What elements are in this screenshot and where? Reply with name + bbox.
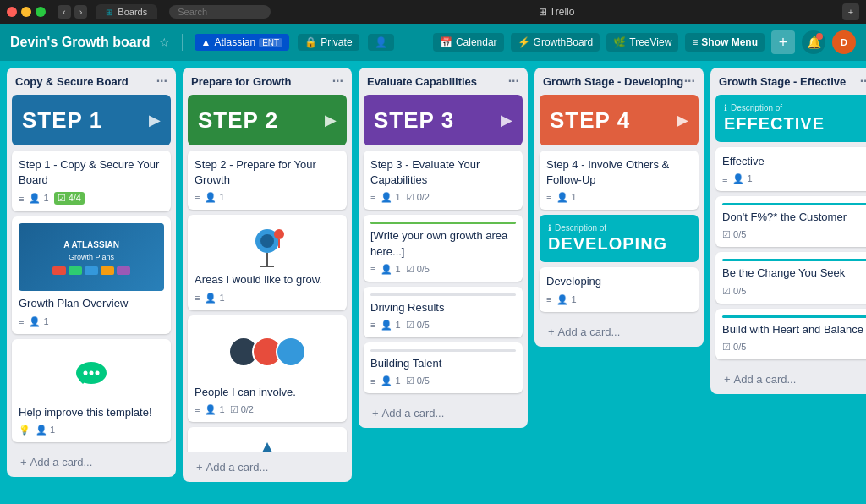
card-step2[interactable]: Step 2 - Prepare for Your Growth ≡ 👤 1 [188, 151, 347, 210]
calendar-icon: 📅 [440, 36, 452, 48]
tree-view-button[interactable]: 🌿 TreeView [606, 33, 678, 52]
forward-button[interactable]: › [74, 5, 88, 19]
card-meta-growth-plan: ≡ 👤 1 [19, 316, 164, 327]
window-controls [7, 7, 46, 17]
new-tab-button[interactable]: + [842, 3, 859, 20]
card-alignment[interactable]: Alignment with Atlassian's future. ≡ 👤 1… [188, 427, 347, 452]
card-dont-f[interactable]: Don't F%?* the Customer ☑ 0/5 [715, 196, 866, 247]
column-title-4: Growth Stage - Developing [543, 75, 683, 88]
column-more-2[interactable]: ··· [332, 74, 343, 88]
add-card-label-3: Add a card... [382, 407, 445, 419]
browser-tab[interactable]: ⊞ Boards [96, 4, 157, 19]
add-card-btn-2[interactable]: + Add a card... [188, 456, 347, 479]
notification-dot [816, 33, 823, 40]
minimize-dot[interactable] [21, 7, 31, 17]
card-growth-plan[interactable]: A ATLASSIAN Growth Plans Growth Plan Ove… [12, 216, 171, 333]
column-more-5[interactable]: ··· [860, 74, 866, 88]
notification-button[interactable]: 🔔 [802, 30, 825, 54]
add-card-btn-1[interactable]: + Add a card... [12, 451, 171, 474]
atlassian-badge[interactable]: ▲ Atlassian ENT [195, 34, 290, 51]
lines-icon-7: ≡ [370, 193, 375, 203]
card-meta-dont-f: ☑ 0/5 [722, 229, 866, 240]
card-step1-copy[interactable]: Step 1 - Copy & Secure Your Board ≡ 👤 1 … [12, 151, 171, 211]
avatar[interactable]: D [832, 30, 856, 54]
card-title-help: Help improve this template! [19, 405, 164, 420]
desc-card-effective[interactable]: ℹ Description of EFFECTIVE [715, 95, 866, 142]
tab-icon: ⊞ [106, 8, 112, 17]
card-write-growth[interactable]: [Write your own growth area here...] ≡ 👤… [364, 215, 523, 281]
card-step4[interactable]: Step 4 - Involve Others & Follow-Up ≡ 👤 … [540, 151, 699, 210]
member-count-2: 👤 1 [29, 316, 48, 327]
check-people: ☑ 0/2 [230, 404, 254, 415]
column-more-4[interactable]: ··· [684, 74, 695, 88]
private-badge[interactable]: 🔒 Private [298, 34, 359, 51]
add-card-btn-5[interactable]: + Add a card... [715, 368, 866, 391]
add-icon-2: + [196, 461, 203, 474]
add-card-btn-3[interactable]: + Add a card... [364, 402, 523, 425]
member-count-12: 👤 1 [556, 192, 576, 203]
card-effective[interactable]: Effective ≡ 👤 1 [715, 147, 866, 191]
step3-banner[interactable]: STEP 3 ▶ [364, 95, 523, 145]
member-count-6: 👤 1 [205, 404, 224, 415]
ent-badge: ENT [259, 38, 282, 47]
card-areas-grow[interactable]: Areas I would like to grow. ≡ 👤 1 [188, 215, 347, 310]
card-help-template[interactable]: Help improve this template! 💡 👤 1 [12, 339, 171, 442]
step2-label: STEP 2 [198, 107, 278, 134]
lightbulb-icon: 💡 [19, 425, 30, 436]
card-driving-results[interactable]: Driving Results ≡ 👤 1 ☑ 0/5 [364, 287, 523, 337]
card-meta-step2: ≡ 👤 1 [195, 192, 340, 203]
tree-view-label: TreeView [629, 36, 671, 48]
column-body-5: ℹ Description of EFFECTIVE Effective ≡ 👤… [710, 95, 866, 364]
calendar-label: Calendar [456, 36, 497, 48]
step1-banner[interactable]: STEP 1 ▶ [12, 95, 171, 145]
card-people-involve[interactable]: People I can involve. ≡ 👤 1 ☑ 0/2 [188, 315, 347, 422]
lines-icon-4: ≡ [195, 293, 200, 303]
card-title-growth-plan: Growth Plan Overview [19, 296, 164, 311]
column-more-3[interactable]: ··· [508, 74, 519, 88]
step4-banner[interactable]: STEP 4 ▶ [540, 95, 699, 145]
maximize-dot[interactable] [36, 7, 46, 17]
private-label: Private [321, 36, 352, 48]
card-be-change[interactable]: Be the Change You Seek ☑ 0/5 [715, 252, 866, 303]
card-step3[interactable]: Step 3 - Evaluate Your Capabilities ≡ 👤 … [364, 151, 523, 210]
card-meta-driving: ≡ 👤 1 ☑ 0/5 [370, 320, 516, 331]
pin-illustration [195, 222, 340, 272]
add-card-btn-4[interactable]: + Add a card... [540, 320, 699, 343]
add-icon-5: + [724, 373, 731, 386]
card-title-building: Building Talent [370, 356, 516, 371]
card-developing[interactable]: Developing ≡ 👤 1 [540, 267, 699, 311]
close-dot[interactable] [7, 7, 17, 17]
check-write-growth: ☑ 0/5 [406, 264, 430, 275]
card-building-talent[interactable]: Building Talent ≡ 👤 1 ☑ 0/5 [364, 342, 523, 393]
desc-card-developing[interactable]: ℹ Description of DEVELOPING [540, 215, 699, 262]
star-icon[interactable]: ☆ [159, 36, 170, 49]
add-icon-1: + [20, 456, 27, 468]
desc-title-effective: EFFECTIVE [724, 114, 866, 134]
step2-banner[interactable]: STEP 2 ▶ [188, 95, 347, 145]
add-button[interactable]: + [771, 30, 795, 54]
member-count-8: 👤 1 [381, 192, 400, 203]
nav-buttons: ‹ › [58, 5, 87, 19]
check-step3: ☑ 0/2 [406, 192, 430, 203]
column-body-4: STEP 4 ▶ Step 4 - Involve Others & Follo… [534, 95, 704, 317]
back-button[interactable]: ‹ [58, 5, 71, 19]
bar-gray-1 [370, 293, 516, 296]
add-card-label-2: Add a card... [206, 461, 269, 474]
column-more-1[interactable]: ··· [156, 74, 167, 88]
growth-board-button[interactable]: ⚡ GrowthBoard [511, 33, 600, 52]
column-title-5: Growth Stage - Effective [719, 75, 846, 88]
search-input[interactable] [169, 5, 271, 19]
step1-icon: ▶ [149, 111, 161, 129]
member-count-10: 👤 1 [381, 320, 400, 331]
growth-plan-image: A ATLASSIAN Growth Plans [19, 223, 164, 291]
lines-icon-3: ≡ [195, 193, 200, 203]
card-heart-balance[interactable]: Build with Heart and Balance ☑ 0/5 [715, 309, 866, 359]
people-illustration [195, 322, 340, 381]
show-menu-button[interactable]: ≡ Show Menu [685, 33, 765, 52]
column-copy-secure: Copy & Secure Board ··· STEP 1 ▶ Step 1 … [7, 68, 176, 477]
check-building: ☑ 0/5 [406, 375, 430, 386]
lines-icon-2: ≡ [19, 316, 24, 326]
desc-label-developing: ℹ Description of [548, 223, 690, 233]
title-bar: ‹ › ⊞ Boards ⊞ Trello + [0, 0, 866, 24]
calendar-button[interactable]: 📅 Calendar [433, 33, 504, 52]
